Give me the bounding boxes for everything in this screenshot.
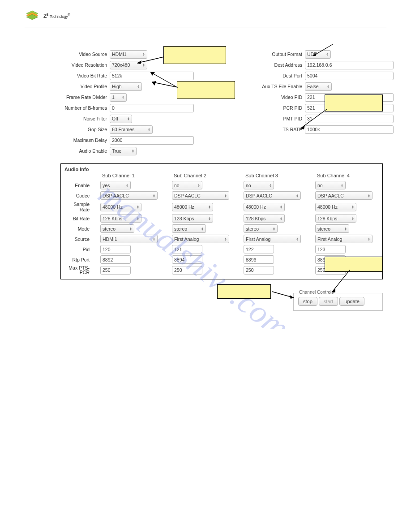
source-select[interactable]: First Analog▲▼ bbox=[172, 235, 229, 243]
enable-select[interactable]: no▲▼ bbox=[244, 181, 274, 189]
spinner-icon: ▲▼ bbox=[368, 194, 370, 197]
rtp-port-input[interactable]: 8894 bbox=[172, 255, 202, 264]
enable-select[interactable]: no▲▼ bbox=[172, 181, 202, 189]
arrow-icon bbox=[311, 44, 334, 59]
sample-rate-select[interactable]: 48000 Hz▲▼ bbox=[244, 203, 285, 211]
source-select[interactable]: First Analog▲▼ bbox=[315, 235, 372, 243]
pid-input[interactable]: 123 bbox=[315, 245, 346, 253]
video-settings-col: Video Source HDMI1▲▼ Video Resolution 72… bbox=[60, 50, 194, 157]
update-button[interactable]: update bbox=[339, 297, 364, 306]
dest-address-input[interactable]: 192.168.0.6 bbox=[305, 61, 394, 69]
svg-marker-12 bbox=[300, 125, 305, 129]
svg-marker-8 bbox=[150, 72, 155, 76]
video-profile-label: Video Profile bbox=[60, 84, 110, 89]
video-resolution-label: Video Resolution bbox=[60, 62, 110, 68]
brand-z: Z bbox=[43, 13, 47, 19]
mode-select[interactable]: stereo▲▼ bbox=[100, 224, 134, 233]
mode-select[interactable]: stereo▲▼ bbox=[172, 224, 206, 233]
spinner-icon: ▲▼ bbox=[208, 205, 211, 209]
sub-channel-head: Sub Channel 1 bbox=[100, 173, 163, 179]
sub-channel-head: Sub Channel 3 bbox=[244, 173, 306, 179]
source-select[interactable]: HDMI1▲▼ bbox=[100, 235, 158, 243]
bitrate-select[interactable]: 128 Kbps▲▼ bbox=[172, 214, 213, 223]
sample-rate-select[interactable]: 48000 Hz▲▼ bbox=[172, 203, 213, 211]
spinner-icon: ▲▼ bbox=[129, 227, 132, 231]
spinner-icon: ▲▼ bbox=[273, 227, 275, 231]
rtp-port-input[interactable]: 8892 bbox=[100, 255, 131, 264]
sub-channel-head: Sub Channel 4 bbox=[315, 173, 378, 179]
mode-select[interactable]: stereo▲▼ bbox=[315, 224, 349, 233]
aux-ts-enable-select[interactable]: False▲▼ bbox=[305, 82, 332, 91]
spinner-icon: ▲▼ bbox=[132, 149, 134, 153]
sub-channel-head: Sub Channel 2 bbox=[172, 173, 235, 179]
pid-input[interactable]: 121 bbox=[172, 245, 202, 253]
video-pid-label: Video PID bbox=[261, 94, 305, 100]
spinner-icon: ▲▼ bbox=[224, 237, 227, 241]
output-format-label: Output Format bbox=[261, 51, 305, 57]
max-delay-input[interactable]: 2000 bbox=[110, 136, 194, 145]
rtp-port-input[interactable]: 8896 bbox=[244, 255, 274, 264]
mode-select[interactable]: stereo▲▼ bbox=[244, 224, 278, 233]
number-bframes-label: Number of B-frames bbox=[60, 105, 110, 111]
callout-box bbox=[217, 284, 271, 299]
aux-ts-enable-label: Aux TS File Enable bbox=[261, 84, 305, 89]
audio-enable-select[interactable]: True▲▼ bbox=[110, 147, 137, 155]
arrow-icon bbox=[298, 108, 329, 131]
spinner-icon: ▲▼ bbox=[126, 184, 128, 187]
max-pts-pcr-input[interactable]: 250 bbox=[244, 266, 274, 275]
start-button[interactable]: start bbox=[319, 297, 338, 306]
spinner-icon: ▲▼ bbox=[153, 237, 155, 241]
enable-select[interactable]: no▲▼ bbox=[315, 181, 346, 189]
spinner-icon: ▲▼ bbox=[201, 227, 204, 231]
bitrate-select[interactable]: 128 Kbps▲▼ bbox=[315, 214, 356, 223]
bitrate-select[interactable]: 128 Kbps▲▼ bbox=[244, 214, 285, 223]
sample-rate-select[interactable]: 48000 Hz▲▼ bbox=[100, 203, 141, 211]
spinner-icon: ▲▼ bbox=[280, 217, 283, 220]
source-select[interactable]: First Analog▲▼ bbox=[244, 235, 301, 243]
dest-port-input[interactable]: 5004 bbox=[305, 72, 394, 80]
codec-select[interactable]: DSP AACLC▲▼ bbox=[244, 191, 301, 200]
dest-address-label: Dest Address bbox=[261, 62, 305, 68]
spinner-icon: ▲▼ bbox=[280, 205, 283, 209]
callout-box bbox=[177, 81, 235, 99]
brand-reg: ® bbox=[68, 13, 70, 16]
spinner-icon: ▲▼ bbox=[296, 194, 299, 197]
video-bitrate-label: Video Bit Rate bbox=[60, 73, 110, 78]
bitrate-select[interactable]: 128 Kbps▲▼ bbox=[100, 214, 141, 223]
max-pts-pcr-input[interactable]: 250 bbox=[100, 266, 131, 275]
sample-rate-select[interactable]: 48000 Hz▲▼ bbox=[315, 203, 356, 211]
codec-select[interactable]: DSP AACLC▲▼ bbox=[172, 191, 229, 200]
arrow-icon bbox=[134, 56, 166, 66]
gop-size-select[interactable]: 60 Frames▲▼ bbox=[110, 125, 153, 134]
spinner-icon: ▲▼ bbox=[197, 184, 200, 187]
video-source-label: Video Source bbox=[60, 51, 110, 57]
frame-rate-divider-label: Frame Rate Divider bbox=[60, 94, 110, 100]
max-pts-pcr-input[interactable]: 250 bbox=[172, 266, 202, 275]
arrow-icon bbox=[270, 289, 297, 300]
codec-select[interactable]: DSP AACLC▲▼ bbox=[315, 191, 372, 200]
callout-box bbox=[325, 94, 383, 112]
noise-filter-select[interactable]: Off▲▼ bbox=[110, 115, 132, 123]
source-label: Source bbox=[64, 236, 91, 242]
mode-label: Mode bbox=[64, 226, 91, 232]
brand-sup: 3 bbox=[47, 13, 48, 17]
frame-rate-divider-select[interactable]: 1▲▼ bbox=[110, 93, 127, 102]
spinner-icon: ▲▼ bbox=[344, 227, 347, 231]
codec-select[interactable]: DSP AACLC▲▼ bbox=[100, 191, 158, 200]
pid-input[interactable]: 122 bbox=[244, 245, 274, 253]
arrow-icon bbox=[149, 80, 179, 90]
pid-input[interactable]: 120 bbox=[100, 245, 131, 253]
enable-select[interactable]: yes▲▼ bbox=[100, 181, 131, 189]
brand-tech: Technology bbox=[50, 14, 68, 19]
audio-info-title: Audio Info bbox=[64, 167, 379, 172]
logo-icon bbox=[25, 9, 40, 22]
spinner-icon: ▲▼ bbox=[351, 205, 354, 209]
max-delay-label: Maximum Delay bbox=[60, 137, 110, 143]
spinner-icon: ▲▼ bbox=[137, 85, 140, 88]
stop-button[interactable]: stop bbox=[298, 297, 317, 306]
spinner-icon: ▲▼ bbox=[269, 184, 272, 187]
brand-text: Z3 Technology® bbox=[43, 13, 70, 19]
video-profile-select[interactable]: High▲▼ bbox=[110, 82, 142, 91]
spinner-icon: ▲▼ bbox=[296, 237, 299, 241]
number-bframes-input[interactable]: 0 bbox=[110, 104, 194, 112]
